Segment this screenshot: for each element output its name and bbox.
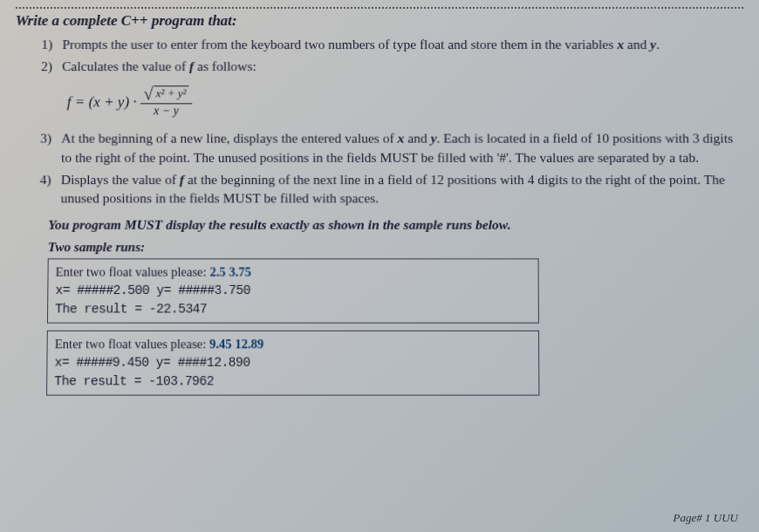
sample-run-1: Enter two float values please: 2.5 3.75 …: [47, 258, 539, 323]
formula: f = (x + y) · √ x² + y² x − y: [67, 86, 745, 119]
formula-numerator: √ x² + y²: [140, 86, 193, 105]
step-num: 2): [41, 57, 62, 76]
step-3: 3) At the beginning of a new line, displ…: [40, 129, 745, 167]
page-footer: Page# 1 UUU: [674, 511, 738, 525]
run-line: The result = -22.5347: [55, 300, 531, 318]
doc-title: Write a complete C++ program that:: [16, 7, 744, 30]
step-text: Calculates the value of f as follows:: [62, 57, 744, 76]
step-text: At the beginning of a new line, displays…: [61, 129, 745, 167]
formula-fraction: √ x² + y² x − y: [140, 86, 193, 119]
run-line: Enter two float values please: 2.5 3.75: [56, 263, 531, 282]
step-2: 2) Calculates the value of f as follows:: [41, 57, 744, 76]
formula-sqrt-inner: x² + y²: [154, 86, 189, 101]
radical-icon: √: [144, 86, 154, 102]
step-num: 1): [41, 35, 62, 54]
sample-run-2: Enter two float values please: 9.45 12.8…: [46, 331, 539, 396]
emphasis-note: You program MUST display the results exa…: [48, 217, 746, 233]
formula-denominator: x − y: [150, 105, 182, 119]
prompt-text: Enter two float values please:: [56, 265, 210, 279]
step-1: 1) Prompts the user to enter from the ke…: [41, 35, 743, 54]
formula-lhs: f = (x + y) ·: [67, 93, 137, 111]
run-line: x= #####9.450 y= ####12.890: [54, 354, 531, 373]
run-line: Enter two float values please: 9.45 12.8…: [55, 335, 531, 353]
step-num: 4): [39, 170, 61, 208]
run-line: The result = -103.7962: [54, 372, 531, 392]
sample-runs-heading: Two sample runs:: [48, 240, 747, 255]
run-line: x= #####2.500 y= #####3.750: [55, 282, 530, 300]
prompt-text: Enter two float values please:: [55, 337, 209, 351]
page-content: Write a complete C++ program that: 1) Pr…: [0, 0, 759, 396]
user-input: 2.5 3.75: [209, 265, 251, 279]
step-num: 3): [40, 129, 62, 167]
user-input: 9.45 12.89: [209, 337, 263, 351]
step-text: Prompts the user to enter from the keybo…: [62, 35, 743, 54]
step-text: Displays the value of f at the beginning…: [60, 170, 745, 208]
step-4: 4) Displays the value of f at the beginn…: [39, 170, 746, 208]
